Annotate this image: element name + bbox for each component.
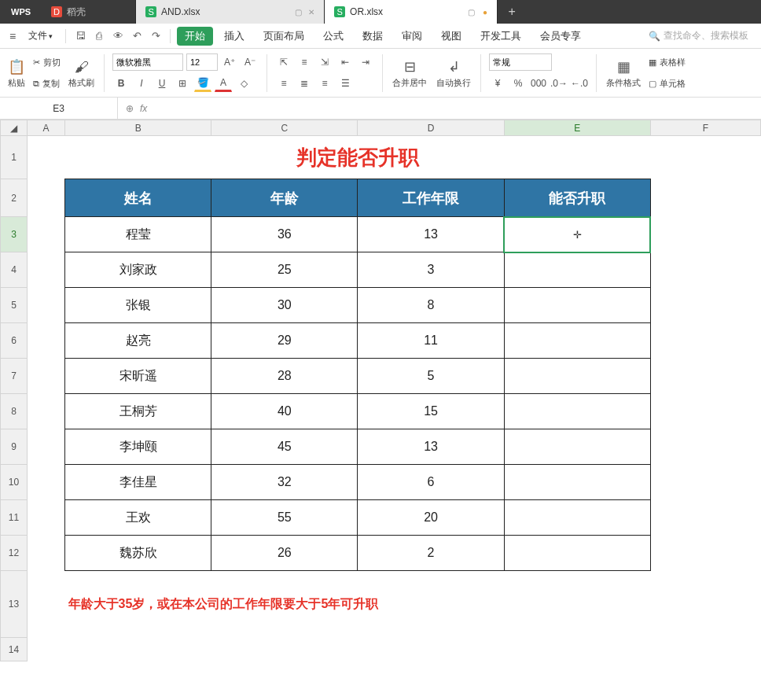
name-box[interactable]: E3 — [0, 98, 118, 119]
currency-icon[interactable]: ¥ — [489, 75, 506, 92]
cell-C9[interactable]: 45 — [211, 429, 358, 465]
cell-C7[interactable]: 28 — [211, 359, 358, 394]
cell-E6[interactable] — [504, 323, 650, 359]
cell-B12[interactable]: 魏苏欣 — [65, 536, 211, 571]
close-icon[interactable]: ✕ — [308, 8, 314, 17]
align-left-icon[interactable]: ≡ — [275, 75, 292, 92]
underline-button[interactable]: U — [153, 75, 171, 92]
cell-D9[interactable]: 13 — [358, 429, 504, 465]
formula-input[interactable] — [155, 98, 761, 119]
align-bottom-icon[interactable]: ⇲ — [316, 53, 333, 71]
th-age[interactable]: 年龄 — [211, 179, 358, 217]
menu-data[interactable]: 数据 — [355, 26, 391, 46]
select-all-corner[interactable]: ◢ — [1, 120, 28, 136]
cell-E8[interactable] — [504, 394, 650, 429]
spreadsheet-grid[interactable]: ◢ A B C D E F 1 判定能否升职 2 姓名 年龄 工作年限 能否升职… — [0, 120, 761, 661]
row-header-5[interactable]: 5 — [1, 288, 28, 323]
merge-center-button[interactable]: ⊟ 合并居中 — [389, 51, 430, 95]
font-size-select[interactable] — [186, 53, 218, 71]
cell-C10[interactable]: 32 — [211, 465, 358, 500]
tab-and-xlsx[interactable]: S AND.xlsx ▢ ✕ — [136, 0, 325, 24]
cell-format-button[interactable]: ▢单元格 — [649, 74, 686, 93]
cell-B10[interactable]: 李佳星 — [65, 465, 211, 500]
row-header-3[interactable]: 3 — [1, 217, 28, 252]
align-top-icon[interactable]: ⇱ — [275, 53, 292, 71]
eraser-button[interactable]: ◇ — [235, 75, 252, 92]
cell-C11[interactable]: 55 — [211, 500, 358, 536]
italic-button[interactable]: I — [133, 75, 150, 92]
increase-font-icon[interactable]: A⁺ — [221, 53, 238, 71]
cell-D11[interactable]: 20 — [358, 500, 504, 536]
col-header-A[interactable]: A — [28, 120, 65, 136]
cell-B7[interactable]: 宋昕遥 — [65, 359, 211, 394]
cell-D12[interactable]: 2 — [358, 536, 504, 571]
th-years[interactable]: 工作年限 — [358, 179, 504, 217]
row-header-9[interactable]: 9 — [1, 429, 28, 465]
tab-or-xlsx[interactable]: S OR.xlsx ▢ ● — [325, 0, 498, 24]
cell-D10[interactable]: 6 — [358, 465, 504, 500]
file-menu[interactable]: 文件▾ — [22, 26, 59, 46]
row-header-13[interactable]: 13 — [1, 571, 28, 638]
undo-icon[interactable]: ↶ — [129, 28, 145, 44]
cell-B9[interactable]: 李坤颐 — [65, 429, 211, 465]
expand-fx-icon[interactable]: ⊕ — [126, 103, 134, 114]
cell-C5[interactable]: 30 — [211, 288, 358, 323]
table-format-button[interactable]: ▦表格样 — [649, 53, 686, 72]
menu-formula[interactable]: 公式 — [315, 26, 351, 46]
cut-button[interactable]: ✂剪切 — [33, 53, 61, 72]
row-header-4[interactable]: 4 — [1, 252, 28, 288]
sheet-note[interactable]: 年龄大于35岁，或在本公司的工作年限要大于5年可升职 — [65, 571, 651, 638]
font-color-button[interactable]: A — [215, 75, 232, 92]
row-header-1[interactable]: 1 — [1, 136, 28, 179]
menu-member[interactable]: 会员专享 — [532, 26, 589, 46]
cell-E5[interactable] — [504, 288, 650, 323]
decrease-font-icon[interactable]: A⁻ — [241, 53, 259, 71]
th-name[interactable]: 姓名 — [65, 179, 211, 217]
new-tab-button[interactable]: + — [498, 0, 526, 24]
row-header-2[interactable]: 2 — [1, 179, 28, 217]
row-header-7[interactable]: 7 — [1, 359, 28, 394]
align-center-icon[interactable]: ≣ — [296, 75, 313, 92]
fx-icon[interactable]: fx — [140, 103, 147, 114]
cell-C6[interactable]: 29 — [211, 323, 358, 359]
cell-D8[interactable]: 15 — [358, 394, 504, 429]
col-header-C[interactable]: C — [211, 120, 358, 136]
cell-B11[interactable]: 王欢 — [65, 500, 211, 536]
cell-E9[interactable] — [504, 429, 650, 465]
decimal-increase-icon[interactable]: .0→ — [550, 75, 568, 92]
menu-review[interactable]: 审阅 — [394, 26, 430, 46]
fill-color-button[interactable]: 🪣 — [194, 75, 211, 92]
copy-button[interactable]: ⧉复制 — [33, 74, 61, 93]
font-name-select[interactable] — [112, 53, 183, 71]
th-promo[interactable]: 能否升职 — [504, 179, 650, 217]
cell-C12[interactable]: 26 — [211, 536, 358, 571]
cell-E3-active[interactable]: ✛ — [504, 217, 650, 252]
thousand-icon[interactable]: 000 — [530, 75, 547, 92]
cell-D6[interactable]: 11 — [358, 323, 504, 359]
menu-start[interactable]: 开始 — [177, 27, 213, 46]
format-painter-button[interactable]: 🖌 格式刷 — [65, 51, 97, 95]
cell-B8[interactable]: 王桐芳 — [65, 394, 211, 429]
indent-decrease-icon[interactable]: ⇤ — [336, 53, 354, 71]
cell-B3[interactable]: 程莹 — [65, 217, 211, 252]
tab-docer[interactable]: D 稻壳 — [42, 0, 136, 24]
row-header-10[interactable]: 10 — [1, 465, 28, 500]
cell-B4[interactable]: 刘家政 — [65, 252, 211, 288]
menu-view[interactable]: 视图 — [433, 26, 469, 46]
indent-increase-icon[interactable]: ⇥ — [357, 53, 374, 71]
cell-B6[interactable]: 赵亮 — [65, 323, 211, 359]
cond-format-button[interactable]: ▦ 条件格式 — [603, 51, 644, 95]
percent-icon[interactable]: % — [509, 75, 527, 92]
cell-D4[interactable]: 3 — [358, 252, 504, 288]
col-header-F[interactable]: F — [650, 120, 760, 136]
cell-C8[interactable]: 40 — [211, 394, 358, 429]
col-header-B[interactable]: B — [65, 120, 211, 136]
search-box[interactable]: 🔍 查找命令、搜索模板 — [649, 29, 755, 42]
col-header-E[interactable]: E — [504, 120, 650, 136]
distribute-icon[interactable]: ☰ — [336, 75, 354, 92]
cell-E11[interactable] — [504, 500, 650, 536]
cell-D7[interactable]: 5 — [358, 359, 504, 394]
cell-E4[interactable] — [504, 252, 650, 288]
number-format-select[interactable] — [489, 53, 552, 71]
print-icon[interactable]: ⎙ — [91, 28, 107, 44]
